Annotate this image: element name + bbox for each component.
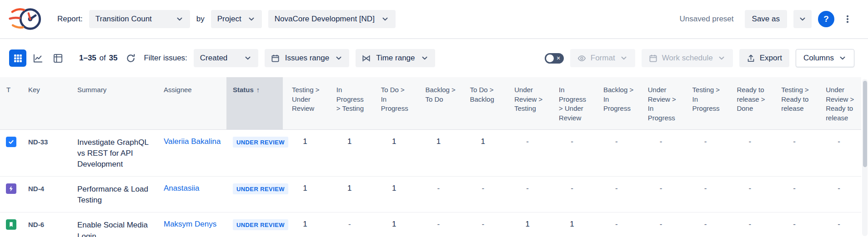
export-icon: [747, 54, 755, 63]
assignee-cell: Valeriia Bakalina: [157, 129, 226, 176]
issue-row-nd-33: ND-33Investigate GraphQL vs REST for API…: [0, 129, 861, 176]
sort-ascending-icon: ↑: [256, 86, 260, 94]
issue-type-cell: [0, 212, 22, 237]
column-header-transition-2[interactable]: To Do > In Progress: [372, 77, 416, 129]
issue-key: ND-6: [22, 212, 71, 237]
question-mark-icon: ?: [823, 14, 829, 24]
assignee-cell: Maksym Denys: [157, 212, 226, 237]
issue-row-nd-6: ND-6Enable Social Media LoginMaksym Deny…: [0, 212, 861, 237]
transition-count-cell-1: -: [327, 212, 372, 237]
columns-label: Columns: [803, 54, 834, 63]
grid-view-button[interactable]: [9, 49, 26, 67]
status-cell: UNDER REVIEW: [226, 212, 283, 237]
more-options-button[interactable]: [841, 10, 854, 28]
scrollbar-thumb[interactable]: [863, 81, 867, 167]
column-header-transition-3[interactable]: Backlog > To Do: [416, 77, 461, 129]
issue-count: 1–35 of 35: [79, 54, 117, 63]
pivot-view-button[interactable]: [49, 49, 66, 67]
time-range-label: Time range: [376, 54, 415, 63]
format-button[interactable]: Format: [570, 49, 635, 67]
issue-type-cell: [0, 177, 22, 212]
count-of-label: of: [99, 54, 107, 62]
transition-count-cell-6: 1: [550, 212, 594, 237]
column-header-transition-6[interactable]: In Progress > Under Review: [550, 77, 594, 129]
transition-count-cell-4: -: [461, 177, 505, 212]
work-schedule-button[interactable]: Work schedule: [642, 49, 733, 67]
group-by-select[interactable]: Project: [211, 10, 262, 28]
unsaved-preset-label: Unsaved preset: [679, 15, 733, 24]
column-header-transition-0[interactable]: Testing > Under Review: [283, 77, 327, 129]
chevron-down-icon: [381, 15, 389, 23]
column-header-transition-7[interactable]: Backlog > In Progress: [594, 77, 639, 129]
transition-count-cell-4: -: [461, 212, 505, 237]
issue-summary: Investigate GraphQL vs REST for API Deve…: [71, 129, 157, 176]
refresh-button[interactable]: [124, 51, 137, 65]
filter-field-value: Created: [200, 54, 227, 63]
save-as-button[interactable]: Save as: [745, 10, 787, 28]
header-row: TKeySummaryAssigneeStatus↑Testing > Unde…: [0, 77, 861, 129]
by-label: by: [196, 15, 205, 24]
filter-issues-label: Filter issues:: [144, 54, 187, 63]
chevron-down-icon: [335, 54, 343, 62]
column-header-transition-1[interactable]: In Progress > Testing: [327, 77, 372, 129]
report-type-select[interactable]: Transition Count: [89, 10, 190, 28]
chart-view-button[interactable]: [29, 49, 46, 67]
column-header-transition-4[interactable]: To Do > Backlog: [461, 77, 505, 129]
count-range: 1–35: [79, 54, 96, 62]
column-header-transition-5[interactable]: Under Review > Testing: [505, 77, 550, 129]
assignee-link[interactable]: Anastasiia: [164, 184, 199, 193]
export-label: Export: [760, 54, 782, 63]
column-header-transition-9[interactable]: Testing > In Progress: [683, 77, 728, 129]
column-header-key[interactable]: Key: [22, 77, 71, 129]
transition-count-cell-12: -: [817, 212, 861, 237]
grid-icon: [13, 54, 23, 63]
column-header-transition-12[interactable]: Under Review > Ready to release: [817, 77, 861, 129]
line-chart-icon: [33, 53, 43, 64]
transition-count-cell-2: 1: [372, 177, 416, 212]
time-range-button[interactable]: Time range: [356, 49, 435, 67]
transition-count-cell-8: -: [639, 212, 683, 237]
project-select[interactable]: NovaCore Development [ND]: [268, 10, 396, 28]
export-button[interactable]: Export: [739, 49, 789, 67]
epic-icon[interactable]: [6, 183, 16, 194]
column-header-transition-10[interactable]: Ready to release > Done: [728, 77, 772, 129]
filter-field-select[interactable]: Created: [194, 49, 258, 67]
chevron-down-icon: [798, 15, 807, 23]
column-header-assignee[interactable]: Assignee: [157, 77, 226, 129]
status-badge: UNDER REVIEW: [233, 137, 288, 148]
transition-count-cell-0: 1: [283, 177, 327, 212]
toolbar: 1–35 of 35 Filter issues: Created Issues…: [0, 39, 868, 77]
calendar-icon: [649, 54, 657, 63]
help-button[interactable]: ?: [818, 11, 834, 27]
issue-summary: Performance & Load Testing: [71, 177, 157, 212]
transition-count-cell-5: 1: [505, 212, 550, 237]
project-value: NovaCore Development [ND]: [275, 15, 375, 24]
issue-row-nd-4: ND-4Performance & Load TestingAnastasiia…: [0, 177, 861, 212]
transition-count-cell-12: -: [817, 177, 861, 212]
refresh-icon: [126, 54, 135, 63]
issues-range-button[interactable]: Issues range: [265, 49, 349, 67]
chevron-down-icon: [176, 15, 184, 23]
column-header-summary[interactable]: Summary: [71, 77, 157, 129]
column-header-t[interactable]: T: [0, 77, 22, 129]
assignee-cell: Anastasiia: [157, 177, 226, 212]
assignee-link[interactable]: Valeriia Bakalina: [164, 137, 221, 146]
transition-count-cell-3: -: [416, 177, 461, 212]
vertical-scrollbar[interactable]: [862, 79, 868, 236]
column-header-transition-11[interactable]: Testing > Ready to release: [772, 77, 817, 129]
toggle-switch[interactable]: ✕: [545, 53, 564, 64]
story-icon[interactable]: [6, 219, 16, 230]
format-label: Format: [591, 54, 615, 63]
work-schedule-label: Work schedule: [662, 54, 713, 63]
save-as-menu-button[interactable]: [793, 10, 812, 28]
assignee-link[interactable]: Maksym Denys: [164, 220, 216, 228]
column-header-transition-8[interactable]: Under Review > In Progress: [639, 77, 683, 129]
columns-button[interactable]: Columns: [796, 49, 854, 67]
transition-count-cell-2: 1: [372, 212, 416, 237]
column-header-status[interactable]: Status↑: [226, 77, 283, 129]
task-icon[interactable]: [6, 137, 16, 147]
transition-count-cell-9: -: [683, 177, 728, 212]
hourglass-icon: [362, 54, 371, 63]
issue-summary: Enable Social Media Login: [71, 212, 157, 237]
eye-icon: [577, 54, 586, 63]
